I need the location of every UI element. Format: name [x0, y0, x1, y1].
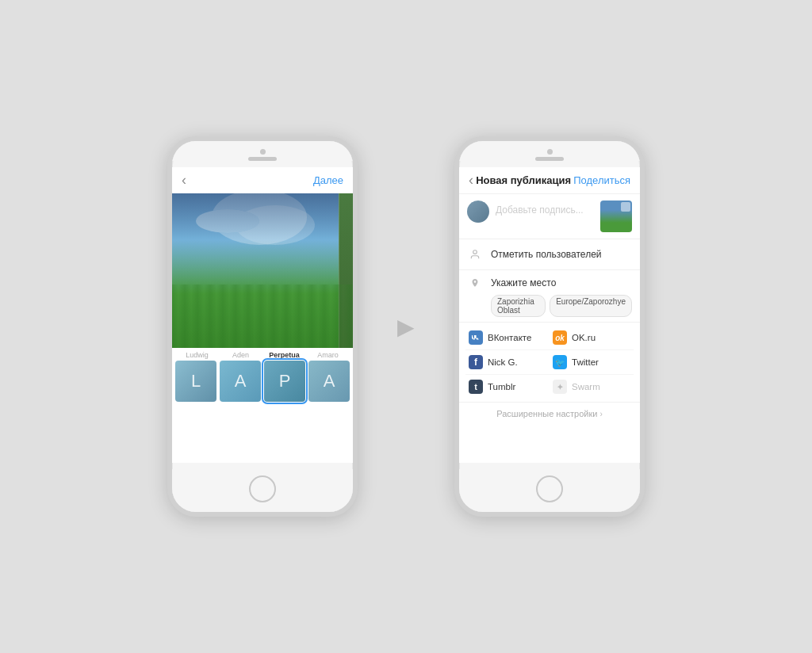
filter-label-amaro: Amaro	[306, 351, 350, 359]
home-button-2[interactable]	[536, 475, 563, 502]
photo-overlay	[172, 193, 353, 348]
next-arrow: ▶	[397, 314, 415, 340]
back-button[interactable]: ‹	[182, 172, 186, 189]
vk-label: ВКонтакте	[488, 333, 531, 342]
speaker-grill-2	[535, 157, 564, 161]
social-ok[interactable]: ok OK.ru	[550, 326, 634, 350]
social-sharing-grid: ВКонтакте ok OK.ru f Nick G. 🐦 Twitter	[459, 323, 640, 403]
svg-point-0	[473, 250, 477, 254]
location-tags: Zaporizhia Oblast Europe/Zaporozhye	[467, 295, 632, 317]
fb-icon: f	[469, 355, 483, 369]
filter-labels: Ludwig Aden Perpetua Amaro	[172, 348, 353, 361]
filter-label-perpetua: Perpetua	[262, 351, 306, 359]
filter-perpetua-letter: P	[279, 371, 291, 391]
user-avatar	[467, 200, 489, 223]
photo-thumbnail	[600, 200, 632, 232]
swarm-label: Swarm	[572, 382, 600, 391]
advanced-settings-row[interactable]: Расширенные настройки ›	[459, 403, 640, 425]
tag-users-icon	[467, 246, 483, 262]
phone-1: ‹ Далее Ludwig Aden Perpetua Amaro L	[167, 136, 358, 517]
phone-1-header: ‹ Далее	[172, 167, 353, 193]
social-twitter[interactable]: 🐦 Twitter	[550, 350, 634, 375]
filter-amaro-letter: A	[324, 371, 335, 391]
phone-2: ‹ Новая публикация Поделиться Добавьте п…	[454, 136, 645, 517]
camera-dot	[260, 149, 266, 155]
tag-users-label: Отметить пользователей	[491, 249, 602, 260]
phone-1-top	[172, 141, 353, 161]
phone-2-header: ‹ Новая публикация Поделиться	[459, 167, 640, 194]
filter-label-aden: Aden	[219, 351, 262, 359]
filter-thumbnails: L A P A	[172, 361, 353, 405]
main-scene: ‹ Далее Ludwig Aden Perpetua Amaro L	[167, 136, 645, 517]
phone-2-top	[459, 141, 640, 161]
filter-aden-thumb[interactable]: A	[220, 361, 261, 402]
tag-users-row[interactable]: Отметить пользователей	[459, 239, 640, 270]
phone-2-bottom	[459, 469, 640, 512]
social-swarm: ✦ Swarm	[550, 375, 634, 399]
social-tumblr[interactable]: t Tumblr	[465, 375, 550, 399]
phone-1-bottom	[172, 469, 353, 512]
advanced-settings-label: Расширенные настройки	[496, 409, 597, 418]
filter-aden-letter: A	[235, 371, 247, 391]
twitter-label: Twitter	[572, 357, 599, 367]
home-button-1[interactable]	[249, 475, 276, 502]
p2-back-button[interactable]: ‹	[469, 172, 473, 189]
p2-title: Новая публикация	[476, 174, 571, 186]
twitter-icon: 🐦	[553, 355, 567, 369]
speaker-grill	[248, 157, 277, 161]
caption-placeholder[interactable]: Добавьте подпись...	[496, 200, 594, 216]
vk-icon	[469, 330, 483, 345]
advanced-chevron-icon: ›	[599, 410, 602, 418]
swarm-icon: ✦	[553, 380, 567, 394]
next-button[interactable]: Далее	[313, 174, 343, 186]
location-icon	[467, 275, 483, 291]
phone-2-screen: ‹ Новая публикация Поделиться Добавьте п…	[459, 167, 640, 463]
p2-share-button[interactable]: Поделиться	[573, 174, 630, 186]
fb-label: Nick G.	[488, 357, 518, 367]
location-tag-europe[interactable]: Europe/Zaporozhye	[550, 295, 632, 317]
filter-ludwig-letter: L	[191, 371, 201, 391]
location-row: Укажите место Zaporizhia Oblast Europe/Z…	[459, 270, 640, 323]
filter-amaro-thumb[interactable]: A	[308, 361, 350, 402]
social-vk[interactable]: ВКонтакте	[465, 326, 550, 350]
location-tag-oblast[interactable]: Zaporizhia Oblast	[491, 295, 546, 317]
filter-label-ludwig: Ludwig	[175, 351, 219, 359]
ok-label: OK.ru	[572, 333, 596, 342]
location-top: Укажите место	[467, 275, 632, 291]
next-photo-strip	[339, 193, 353, 348]
phone-1-screen: ‹ Далее Ludwig Aden Perpetua Amaro L	[172, 167, 353, 463]
social-fb[interactable]: f Nick G.	[465, 350, 550, 375]
photo-preview	[172, 193, 353, 348]
camera-dot-2	[547, 149, 553, 155]
location-label[interactable]: Укажите место	[491, 277, 556, 288]
filter-ludwig-thumb[interactable]: L	[175, 361, 216, 402]
tumblr-label: Tumblr	[488, 382, 515, 391]
compose-area: Добавьте подпись...	[459, 194, 640, 239]
ok-icon: ok	[553, 330, 567, 345]
tumblr-icon: t	[469, 380, 483, 394]
filter-perpetua-thumb[interactable]: P	[264, 361, 305, 402]
